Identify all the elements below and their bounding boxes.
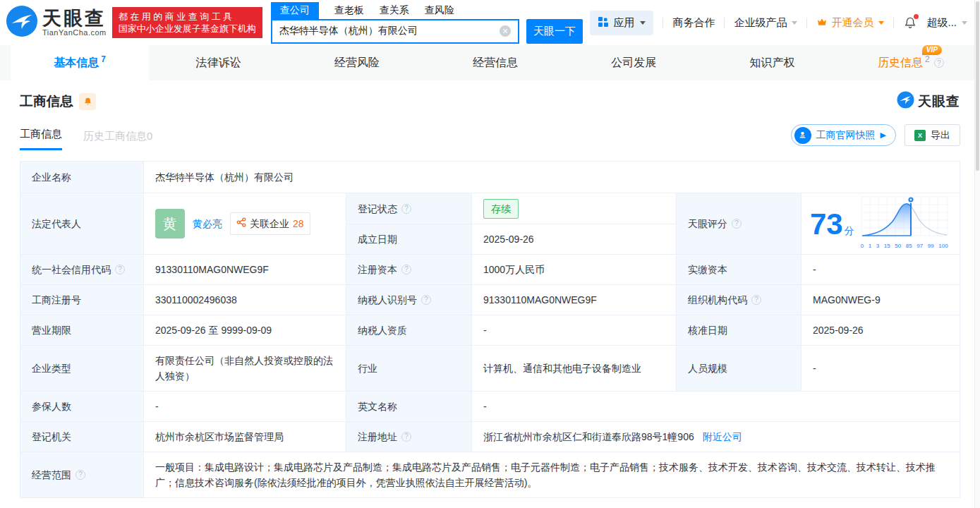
paid-capital-label: 实缴资本	[676, 255, 801, 284]
notification-dot	[914, 14, 919, 19]
watermark-logo: 天眼查	[897, 91, 960, 111]
tab-business-info[interactable]: 经营信息	[426, 45, 564, 80]
scrollbar[interactable]	[974, 0, 980, 508]
business-info-table: 企业名称 杰华特半导体（杭州）有限公司 法定代表人 黄 黄必亮 关联企业 28 …	[20, 161, 960, 498]
help-icon[interactable]: ?	[732, 219, 742, 229]
notifications-bell-icon[interactable]	[903, 16, 917, 30]
help-icon[interactable]: ?	[115, 265, 125, 274]
establish-date-label: 成立日期	[346, 224, 471, 254]
search-button[interactable]: 天眼一下	[526, 19, 583, 44]
tab-legal-lawsuits[interactable]: 法律诉讼	[149, 45, 287, 80]
search-tab-boss[interactable]: 查老板	[334, 2, 364, 19]
english-name-value: -	[471, 392, 960, 421]
legal-rep-name-link[interactable]: 黄必亮	[193, 216, 222, 231]
avatar[interactable]: 黄	[155, 209, 185, 238]
score-value-cell[interactable]: 73分	[801, 193, 960, 254]
scrollbar-thumb[interactable]	[976, 1, 979, 171]
industry-value: 计算机、通信和其他电子设备制造业	[471, 346, 676, 391]
registered-capital-label: 注册资本?	[346, 255, 471, 284]
org-code-label: 组织机构代码?	[676, 285, 801, 315]
company-nav-tabs: 基本信息 7 法律诉讼 经营风险 经营信息 公司发展 知识产权 历史信息 VIP…	[0, 45, 980, 80]
official-snapshot-button[interactable]: 工商官网快照 ▶	[791, 124, 896, 146]
account-menu[interactable]: 超级...	[926, 16, 967, 30]
taxpayer-quality-value: -	[471, 315, 676, 345]
related-companies-badge[interactable]: 关联企业 28	[230, 212, 310, 235]
subtab-history-business-info[interactable]: 历史工商信息0	[83, 130, 152, 150]
section-title: 工商信息	[20, 92, 73, 111]
tianyancha-logo-icon	[6, 5, 38, 40]
cooperation-link[interactable]: 商务合作	[672, 16, 715, 30]
crown-icon	[816, 16, 828, 30]
chevron-down-icon	[792, 21, 797, 25]
clear-search-icon[interactable]: ✕	[500, 25, 511, 37]
stamp-icon	[794, 127, 811, 144]
tab-basic-info[interactable]: 基本信息 7	[11, 45, 149, 80]
tab-intellectual-property[interactable]: 知识产权	[703, 45, 841, 80]
org-code-value: MAG0NWEG-9	[801, 285, 960, 315]
help-icon[interactable]: ?	[421, 295, 431, 305]
business-term-label: 营业期限	[20, 315, 143, 345]
subscribe-bell-icon[interactable]	[79, 93, 96, 110]
staff-size-value: -	[801, 346, 960, 391]
status-badge: 存续	[483, 199, 519, 219]
tab-count: 2	[925, 54, 930, 64]
business-term-value: 2025-09-26 至 9999-09-09	[143, 315, 346, 345]
apps-menu[interactable]: 应用	[590, 11, 653, 35]
arrow-right-icon: ▶	[881, 131, 886, 140]
business-scope-value: 一般项目：集成电路设计；集成电路芯片及产品制造；集成电路芯片及产品销售；电子元器…	[143, 452, 960, 497]
related-count: 28	[293, 216, 304, 231]
search-tab-company[interactable]: 查公司	[271, 2, 319, 19]
insured-count-label: 参保人数	[20, 392, 143, 421]
top-bar: 天眼查 TianYanCha.com 都在用的商业查询工具 国家中小企业发展子基…	[0, 0, 980, 45]
help-icon[interactable]: ?	[401, 204, 411, 214]
reg-status-value: 存续	[471, 193, 676, 224]
enterprise-products-link[interactable]: 企业级产品	[734, 16, 797, 30]
export-button[interactable]: X 导出	[905, 124, 960, 146]
apps-grid-icon	[598, 16, 609, 30]
score-axis-labels: 0131550859799100	[861, 238, 948, 254]
help-icon[interactable]: ?	[75, 470, 85, 480]
tab-business-risk[interactable]: 经营风险	[288, 45, 426, 80]
search-tab-relation[interactable]: 查关系	[380, 2, 409, 19]
excel-icon: X	[914, 130, 926, 141]
tianyancha-logo-icon	[897, 91, 914, 111]
company-type-value: 有限责任公司（非自然人投资或控股的法人独资）	[143, 346, 346, 391]
establish-date-value: 2025-09-26	[471, 224, 676, 254]
registered-capital-value: 1000万人民币	[471, 255, 676, 284]
search-block: 查公司 查老板 查关系 查风险 ✕ 天眼一下	[271, 2, 583, 44]
tab-count: 7	[101, 54, 106, 64]
registered-address-value: 浙江省杭州市余杭区仁和街道奉欣路98号1幢906 附近公司	[471, 422, 960, 452]
help-icon[interactable]: ?	[401, 265, 411, 274]
registry-authority-value: 杭州市余杭区市场监督管理局	[143, 422, 346, 452]
help-icon[interactable]: ?	[934, 58, 944, 68]
english-name-label: 英文名称	[346, 392, 471, 421]
company-type-label: 企业类型	[20, 346, 143, 391]
help-icon[interactable]: ?	[401, 432, 411, 442]
staff-size-label: 人员规模	[676, 346, 801, 391]
divider	[724, 18, 725, 28]
tianyancha-logo[interactable]: 天眼查 TianYanCha.com	[6, 5, 107, 40]
subtab-business-info[interactable]: 工商信息	[20, 128, 62, 150]
header-menu: 应用 商务合作 企业级产品 开通会员 超级...	[590, 11, 967, 35]
tab-company-development[interactable]: 公司发展	[564, 45, 703, 80]
registered-address-label: 注册地址?	[346, 422, 471, 452]
brand-domain: TianYanCha.com	[42, 28, 107, 37]
taxpayer-quality-label: 纳税人资质	[346, 315, 471, 345]
company-name-label: 企业名称	[20, 162, 143, 193]
chevron-down-icon	[962, 21, 967, 25]
tab-history-info[interactable]: 历史信息 VIP 2 ?	[842, 45, 980, 80]
paid-capital-value: -	[801, 255, 960, 284]
approval-date-label: 核准日期	[676, 315, 801, 345]
search-tab-risk[interactable]: 查风险	[425, 2, 454, 19]
credit-code-value: 91330110MAG0NWEG9F	[143, 255, 346, 284]
open-vip-link[interactable]: 开通会员	[816, 16, 884, 30]
brand-name: 天眼查	[42, 8, 107, 28]
nearby-companies-link[interactable]: 附近公司	[703, 429, 742, 445]
help-icon[interactable]: ?	[751, 295, 761, 305]
legal-rep-label: 法定代表人	[20, 193, 143, 254]
reg-number-label: 工商注册号	[20, 285, 143, 315]
reg-status-label: 登记状态?	[346, 193, 471, 224]
chevron-down-icon	[878, 21, 884, 25]
search-box: ✕	[271, 19, 519, 44]
search-input[interactable]	[279, 25, 500, 37]
